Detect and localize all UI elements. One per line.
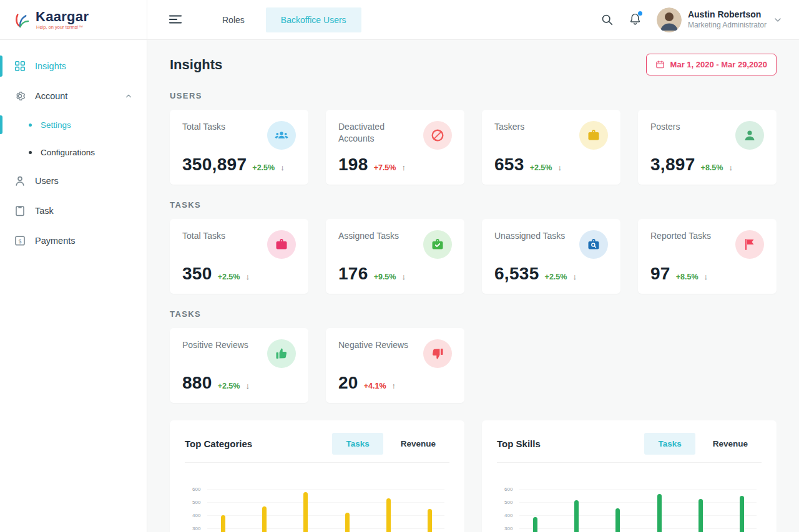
bell-button[interactable] (629, 12, 642, 27)
y-axis-tick: 400 (192, 513, 200, 518)
logo[interactable]: Kaargar Help, on your terms!™ (0, 0, 147, 40)
blocked-icon (423, 121, 452, 150)
stat-value: 97 (650, 264, 670, 284)
sidebar-item-settings[interactable]: Settings (0, 111, 147, 138)
briefcase-search-icon (579, 230, 608, 259)
chart-tabs: TasksRevenue (644, 433, 762, 455)
sidebar-item-label: Account (35, 91, 67, 101)
stat-card-bottom: 97+8.5%↓ (650, 264, 764, 284)
stat-title: Posters (650, 121, 680, 133)
chart-tab-revenue[interactable]: Revenue (387, 433, 449, 455)
sidebar-item-label: Insights (35, 61, 66, 71)
stat-title: Reported Tasks (650, 230, 711, 242)
stat-value: 198 (338, 155, 368, 175)
stat-card-top: Total Tasks (182, 121, 296, 150)
thumb-down-icon (423, 339, 452, 368)
bars (533, 489, 744, 532)
sidebar-item-task[interactable]: Task (0, 196, 147, 226)
chart-title: Top Skills (497, 438, 541, 449)
trend-down-arrow-icon: ↓ (245, 272, 250, 281)
stat-change: +8.5% (676, 273, 699, 281)
stat-card-bottom: 6,535+2.5%↓ (494, 264, 608, 284)
users-group-icon (267, 121, 296, 150)
stat-change: +2.5% (545, 273, 567, 281)
stat-card-bottom: 350,897+2.5%↓ (182, 155, 296, 175)
logo-text: Kaargar Help, on your terms!™ (36, 10, 89, 30)
menu-toggle-button[interactable] (167, 12, 184, 28)
stat-card-bottom: 653+2.5%↓ (494, 155, 608, 175)
bar (303, 492, 308, 532)
main-content: Insights Mar 1, 2020 - Mar 29,2020 USERS… (147, 40, 799, 532)
svg-text:$: $ (18, 238, 22, 244)
sidebar: InsightsAccountSettingsConfigurationsUse… (0, 40, 147, 532)
calendar-icon (655, 60, 665, 69)
sidebar-item-insights[interactable]: Insights (0, 51, 147, 81)
stat-card-top: Reported Tasks (650, 230, 764, 259)
trend-down-arrow-icon: ↓ (704, 272, 708, 281)
date-range-button[interactable]: Mar 1, 2020 - Mar 29,2020 (646, 54, 777, 75)
chart-tab-revenue[interactable]: Revenue (699, 433, 762, 455)
nav-roles[interactable]: Roles (207, 7, 260, 32)
stat-card: Negative Reviews20+4.1%↑ (326, 328, 464, 403)
sidebar-item-payments[interactable]: $Payments (0, 226, 147, 256)
user-meta: Austin Robertson Marketing Administrator (688, 9, 767, 30)
stat-card: Positive Reviews880+2.5%↓ (170, 328, 308, 403)
stat-value: 6,535 (494, 264, 539, 284)
y-axis-tick: 600 (504, 486, 512, 492)
sidebar-item-configurations[interactable]: Configurations (0, 138, 147, 166)
topbar: Kaargar Help, on your terms!™ Roles Back… (0, 0, 799, 40)
nav-backoffice-users[interactable]: Backoffice Users (266, 7, 361, 32)
trend-down-arrow-icon: ↓ (728, 163, 733, 172)
card-grid: Positive Reviews880+2.5%↓Negative Review… (170, 328, 777, 403)
stat-title: Total Tasks (182, 121, 225, 133)
stat-card-bottom: 20+4.1%↑ (338, 373, 452, 393)
bar (740, 496, 744, 532)
stat-value: 350,897 (182, 155, 247, 175)
y-axis-tick: 300 (504, 526, 512, 531)
stat-card-top: Posters (650, 121, 764, 150)
bullet-icon (29, 151, 32, 154)
chart-tab-tasks[interactable]: Tasks (332, 433, 383, 455)
bar (574, 500, 579, 532)
sidebar-item-label: Settings (41, 120, 71, 130)
trend-up-arrow-icon: ↑ (401, 163, 406, 172)
stat-card-top: Taskers (494, 121, 608, 150)
stat-card-bottom: 198+7.5%↑ (338, 155, 452, 175)
y-axis-tick: 500 (504, 500, 512, 505)
sidebar-item-account[interactable]: Account (0, 81, 147, 111)
stat-card: Total Tasks350+2.5%↓ (170, 219, 308, 294)
sidebar-item-users[interactable]: Users (0, 166, 147, 196)
stat-card-top: Positive Reviews (182, 339, 296, 368)
user-role: Marketing Administrator (688, 21, 767, 30)
avatar (657, 7, 682, 32)
bar-chart: 600500400300 (185, 489, 449, 532)
trend-up-arrow-icon: ↑ (392, 381, 396, 390)
search-icon[interactable] (600, 13, 614, 26)
stat-change: +2.5% (252, 163, 275, 172)
stat-title: Positive Reviews (182, 339, 248, 351)
stat-card-top: Negative Reviews (338, 339, 452, 368)
notification-dot (638, 11, 642, 16)
chart-tabs: TasksRevenue (332, 433, 449, 455)
top-nav: Roles Backoffice Users (207, 7, 361, 32)
user-name: Austin Robertson (688, 9, 767, 21)
trend-down-arrow-icon: ↓ (280, 163, 285, 172)
bar-chart: 600500400300 (497, 489, 762, 532)
bar (533, 517, 537, 532)
stat-card: Posters3,897+8.5%↓ (638, 110, 777, 185)
chart-tab-tasks[interactable]: Tasks (644, 433, 695, 455)
stat-card: Unassigned Tasks6,535+2.5%↓ (482, 219, 620, 294)
section-label: TASKS (170, 309, 777, 319)
user-menu[interactable]: Austin Robertson Marketing Administrator (657, 7, 783, 32)
stat-card-top: Total Tasks (182, 230, 296, 259)
stat-change: +8.5% (701, 163, 723, 172)
stat-card: Deactivated Accounts198+7.5%↑ (326, 110, 464, 185)
stat-card-bottom: 350+2.5%↓ (182, 264, 296, 284)
stat-value: 653 (494, 155, 524, 175)
sidebar-item-label: Payments (35, 236, 75, 246)
stat-title: Taskers (494, 121, 524, 133)
stat-card: Taskers653+2.5%↓ (482, 110, 620, 185)
stat-card-top: Deactivated Accounts (338, 121, 452, 150)
stat-card-bottom: 176+9.5%↓ (338, 264, 452, 284)
gear-icon (14, 90, 26, 102)
